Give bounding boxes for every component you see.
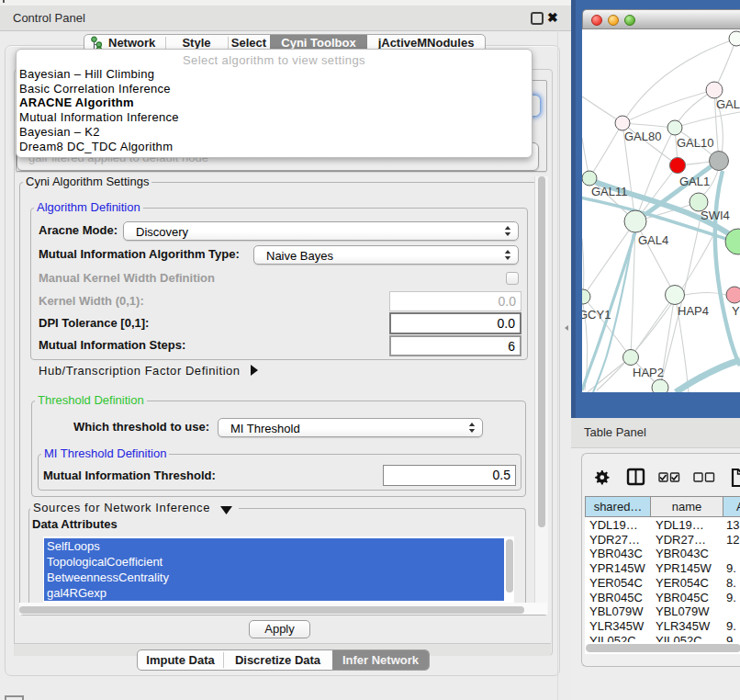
svg-text:GAL10: GAL10 (677, 136, 713, 150)
svg-text:Y: Y (732, 304, 740, 318)
svg-text:GAL11: GAL11 (591, 185, 628, 198)
svg-text:GAL80: GAL80 (624, 130, 661, 143)
svg-text:HAP2: HAP2 (633, 366, 664, 379)
svg-text:GAL4: GAL4 (638, 233, 668, 247)
svg-text:GAL: GAL (716, 97, 740, 111)
svg-text:GAL1: GAL1 (679, 175, 710, 188)
svg-text:HAP4: HAP4 (678, 304, 709, 318)
svg-text:GCY1: GCY1 (582, 308, 611, 322)
svg-text:SWI4: SWI4 (701, 209, 730, 222)
